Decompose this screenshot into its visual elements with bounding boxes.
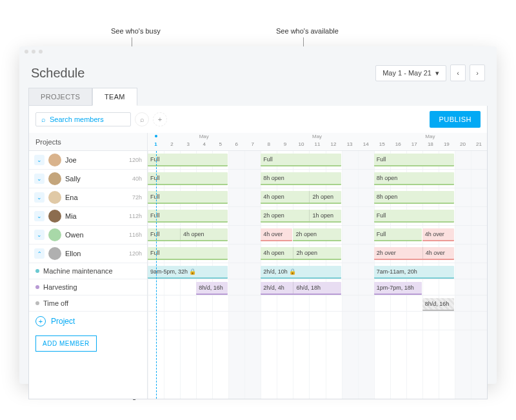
task-color-dot: [35, 301, 39, 305]
annotation-available: See who's available: [276, 27, 339, 35]
task-row[interactable]: Machine maintenance: [29, 263, 147, 279]
date-range-picker[interactable]: May 1 - May 21 ▾: [375, 65, 446, 81]
schedule-bar[interactable]: Full: [148, 210, 228, 223]
avatar: [48, 172, 61, 185]
schedule-bar[interactable]: Full: [374, 210, 454, 223]
schedule-panel: ⌕ ⌕ + PUBLISH Projects ⌄ Joe 120h ⌄: [28, 106, 488, 399]
task-row[interactable]: Harvesting: [29, 279, 147, 295]
tab-projects[interactable]: PROJECTS: [28, 88, 92, 106]
schedule-bar[interactable]: Full: [374, 228, 422, 241]
titlebar-dot: [25, 50, 28, 54]
member-row[interactable]: ⌄ Sally 40h: [29, 170, 147, 188]
add-project-label: Project: [51, 317, 75, 326]
timeline-row: Full4h open4h over2h openFull4h over: [148, 226, 487, 245]
plus-icon: +: [35, 316, 46, 326]
schedule-bar[interactable]: 4h open2h open: [261, 191, 341, 204]
task-bar[interactable]: 8h/d, 16h: [422, 298, 454, 311]
member-row[interactable]: ⌄ Ena 72h: [29, 188, 147, 207]
timeline-header: MayMayMay1234567891011121314151617181920…: [148, 133, 487, 151]
member-row[interactable]: ⌄ Joe 120h: [29, 151, 147, 170]
chevron-up-icon[interactable]: ⌄: [34, 248, 45, 259]
app-window: Schedule May 1 - May 21 ▾ ‹ › PROJECTS T…: [19, 46, 497, 384]
task-bar[interactable]: 1pm-7pm, 18h: [374, 282, 422, 295]
chevron-down-icon[interactable]: ⌄: [34, 174, 45, 184]
timeline-row: FullFullFull: [148, 151, 487, 170]
timeline-row: 8h/d, 16h: [148, 295, 487, 312]
schedule-bar[interactable]: 8h open: [374, 191, 454, 204]
member-row[interactable]: ⌄ Mia 112h: [29, 207, 147, 226]
avatar: [48, 228, 61, 241]
add-member-button[interactable]: ADD MEMBER: [35, 335, 97, 352]
search-input[interactable]: [50, 115, 125, 123]
task-name: Harvesting: [43, 283, 77, 291]
schedule-bar[interactable]: 4h over: [422, 228, 454, 241]
timeline-row: Full4h open2h open2h over4h over: [148, 245, 487, 263]
schedule-bar[interactable]: 8h open: [261, 172, 341, 185]
schedule-bar[interactable]: Full: [148, 247, 228, 260]
schedule-bar[interactable]: 2h open: [293, 228, 341, 241]
member-row[interactable]: ⌄ Owen 116h: [29, 226, 147, 245]
member-name: Joe: [65, 156, 125, 164]
timeline-row: Full8h open8h open: [148, 170, 487, 188]
publish-button[interactable]: PUBLISH: [430, 111, 481, 128]
schedule-bar[interactable]: 4h open2h open: [261, 247, 341, 260]
task-bar[interactable]: 7am-11am, 20h: [374, 266, 454, 279]
chevron-down-icon[interactable]: ⌄: [34, 230, 45, 240]
member-hours: 116h: [129, 232, 142, 238]
avatar: [48, 210, 61, 223]
chevron-down-icon: ▾: [435, 69, 439, 77]
member-name: Ena: [65, 194, 128, 201]
schedule-bar[interactable]: Full: [148, 191, 228, 204]
timeline-row: 9am-5pm, 32h🔒2h/d, 10h🔒7am-11am, 20h: [148, 263, 487, 279]
schedule-bar[interactable]: 2h over4h over: [374, 247, 454, 260]
member-hours: 120h: [129, 250, 142, 257]
schedule-bar[interactable]: Full: [374, 154, 454, 166]
add-column-button[interactable]: +: [153, 112, 167, 126]
task-bar[interactable]: 2h/d, 4h6h/d, 18h: [261, 282, 341, 295]
schedule-bar[interactable]: Full4h open: [148, 228, 228, 241]
member-hours: 112h: [129, 213, 142, 219]
avatar: [48, 154, 61, 166]
search-icon: ⌕: [41, 115, 46, 123]
timeline: MayMayMay1234567891011121314151617181920…: [148, 133, 487, 399]
tab-team[interactable]: TEAM: [92, 88, 137, 106]
member-hours: 72h: [132, 194, 142, 201]
task-color-dot: [35, 285, 39, 289]
page-title: Schedule: [31, 66, 84, 81]
task-bar[interactable]: 8h/d, 16h: [196, 282, 228, 295]
avatar: [48, 191, 61, 204]
next-button[interactable]: ›: [470, 65, 485, 81]
schedule-bar[interactable]: 2h open1h open: [261, 210, 341, 223]
titlebar-dot: [32, 50, 35, 54]
schedule-bar[interactable]: 8h open: [374, 172, 454, 185]
chevron-down-icon[interactable]: ⌄: [34, 211, 45, 221]
chevron-down-icon[interactable]: ⌄: [34, 192, 45, 203]
schedule-bar[interactable]: Full: [148, 172, 228, 185]
schedule-bar[interactable]: 4h over: [261, 228, 292, 241]
schedule-bar[interactable]: Full: [261, 154, 341, 166]
projects-header: Projects: [29, 133, 147, 151]
avatar: [48, 247, 61, 260]
member-name: Ellon: [65, 250, 125, 257]
titlebar-dot: [39, 50, 43, 54]
task-bar[interactable]: 2h/d, 10h🔒: [261, 266, 341, 279]
member-name: Owen: [65, 231, 125, 239]
task-name: Time off: [43, 299, 68, 307]
member-hours: 40h: [132, 175, 142, 182]
search-box[interactable]: ⌕: [35, 112, 131, 126]
member-name: Sally: [65, 175, 128, 183]
member-row[interactable]: ⌄ Ellon 120h: [29, 245, 147, 263]
prev-button[interactable]: ‹: [450, 65, 466, 81]
task-row[interactable]: Time off: [29, 295, 147, 312]
timeline-row: Full4h open2h open8h open: [148, 188, 487, 207]
task-color-dot: [35, 269, 39, 273]
add-project-button[interactable]: + Project: [29, 312, 147, 330]
members-column: Projects ⌄ Joe 120h ⌄ Sally 40h ⌄ Ena: [29, 133, 148, 399]
task-bar[interactable]: 9am-5pm, 32h🔒: [148, 266, 228, 279]
annotation-busy: See who's busy: [111, 27, 161, 35]
chevron-down-icon[interactable]: ⌄: [34, 155, 45, 165]
date-range-label: May 1 - May 21: [382, 69, 432, 77]
member-hours: 120h: [129, 157, 142, 163]
filter-button[interactable]: ⌕: [135, 112, 149, 126]
schedule-bar[interactable]: Full: [148, 154, 228, 166]
